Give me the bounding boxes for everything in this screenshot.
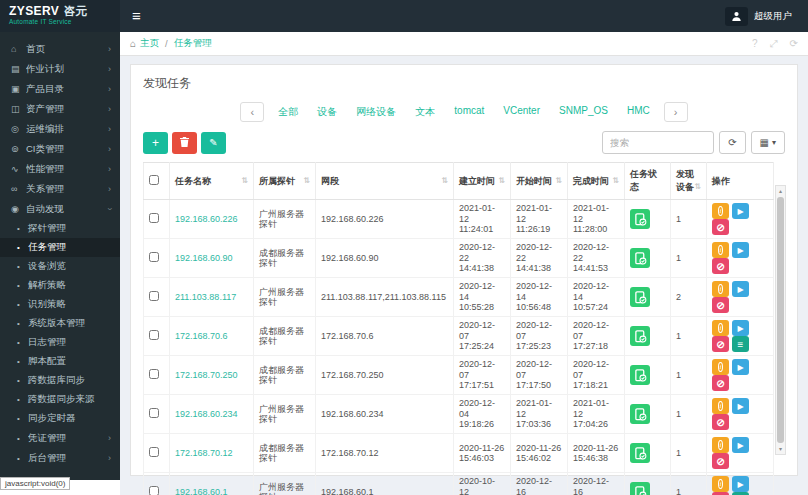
help-icon[interactable]: ? [752, 38, 758, 50]
col-header-probe[interactable]: 所属探针⇅ [254, 163, 316, 200]
sidebar-subitem-8[interactable]: •跨数据库同步 [0, 371, 120, 390]
run-task-button[interactable]: ▶ [732, 281, 749, 297]
filter-tab-5[interactable]: VCenter [503, 105, 540, 119]
sidebar-subitem-0[interactable]: •探针管理 [0, 219, 120, 238]
cancel-task-button[interactable]: ⊘ [712, 414, 729, 430]
run-task-button[interactable]: ▶ [732, 203, 749, 219]
cancel-task-button[interactable]: ⊘ [712, 297, 729, 313]
scroll-up-icon[interactable]: ▴ [779, 186, 782, 196]
add-task-button[interactable]: + [143, 132, 168, 154]
row-checkbox[interactable] [149, 369, 159, 379]
sidebar-item-credential[interactable]: •凭证管理› [0, 428, 120, 448]
delete-task-button[interactable] [172, 132, 197, 154]
cancel-task-button[interactable]: ⊘ [712, 453, 729, 469]
run-task-button[interactable]: ▶ [732, 398, 749, 414]
task-name-link[interactable]: 211.103.88.117 [175, 292, 236, 302]
col-header-name[interactable]: 任务名称⇅ [170, 163, 254, 200]
sidebar-item-auto-discovery[interactable]: ◉自动发现› [0, 199, 120, 219]
sidebar-item-relation[interactable]: ∞关系管理› [0, 179, 120, 199]
sidebar-toggle-icon[interactable]: ≡ [132, 0, 141, 32]
columns-button[interactable]: ▦ ▾ [751, 131, 785, 154]
task-status-icon[interactable] [630, 209, 650, 229]
run-task-button[interactable]: ▶ [732, 320, 749, 336]
task-name-link[interactable]: 172.168.70.6 [175, 331, 228, 341]
filter-tab-3[interactable]: 文本 [415, 105, 435, 119]
run-task-button[interactable]: ▶ [732, 476, 749, 492]
tabs-next-button[interactable]: › [664, 102, 688, 122]
sidebar-item-ops-orchestration[interactable]: ◎运维编排› [0, 119, 120, 139]
view-report-button[interactable] [712, 203, 729, 219]
view-report-button[interactable] [712, 242, 729, 258]
task-status-icon[interactable] [630, 365, 650, 385]
more-actions-button[interactable]: ≡ [732, 336, 749, 352]
sidebar-item-performance[interactable]: ∿性能管理› [0, 159, 120, 179]
col-header-segment[interactable]: 网段⇅ [316, 163, 454, 200]
sidebar-subitem-1[interactable]: •任务管理 [0, 238, 120, 257]
filter-tab-1[interactable]: 设备 [317, 105, 337, 119]
sidebar-subitem-6[interactable]: •日志管理 [0, 333, 120, 352]
table-scrollbar[interactable]: ▴ ▾ [775, 185, 786, 455]
filter-tab-6[interactable]: SNMP_OS [559, 105, 608, 119]
filter-tab-4[interactable]: tomcat [454, 105, 484, 119]
refresh-icon[interactable]: ⟳ [790, 38, 798, 50]
edit-task-button[interactable]: ✎ [201, 132, 226, 154]
refresh-table-button[interactable]: ⟳ [719, 131, 745, 154]
view-report-button[interactable] [712, 476, 729, 492]
row-checkbox[interactable] [149, 213, 159, 223]
cancel-task-button[interactable]: ⊘ [712, 219, 729, 235]
sidebar-subitem-10[interactable]: •同步定时器 [0, 409, 120, 428]
fullscreen-icon[interactable]: ⤢ [770, 38, 778, 50]
row-checkbox[interactable] [149, 291, 159, 301]
filter-tab-2[interactable]: 网络设备 [356, 105, 396, 119]
task-status-icon[interactable] [630, 443, 650, 463]
row-checkbox[interactable] [149, 252, 159, 262]
sidebar-subitem-7[interactable]: •脚本配置 [0, 352, 120, 371]
row-checkbox[interactable] [149, 330, 159, 340]
filter-tab-0[interactable]: 全部 [278, 105, 298, 119]
view-report-button[interactable] [712, 437, 729, 453]
task-name-link[interactable]: 192.168.60.234 [175, 409, 238, 419]
sidebar-item-ci-class[interactable]: ⊚CI类管理› [0, 139, 120, 159]
breadcrumb-home-link[interactable]: 主页 [140, 37, 159, 50]
sidebar-subitem-4[interactable]: •识别策略 [0, 295, 120, 314]
cancel-task-button[interactable]: ⊘ [712, 375, 729, 391]
sidebar-subitem-3[interactable]: •解析策略 [0, 276, 120, 295]
view-report-button[interactable] [712, 281, 729, 297]
sidebar-item-asset-mgmt[interactable]: ◫资产管理› [0, 99, 120, 119]
task-name-link[interactable]: 172.168.70.12 [175, 448, 233, 458]
task-name-link[interactable]: 172.168.70.250 [175, 370, 238, 380]
task-name-link[interactable]: 192.168.60.1 [175, 487, 228, 495]
sidebar-item-home[interactable]: ⌂首页› [0, 39, 120, 59]
cancel-task-button[interactable]: ⊘ [712, 258, 729, 274]
scroll-down-icon[interactable]: ▾ [779, 444, 782, 454]
cancel-task-button[interactable]: ⊘ [712, 336, 729, 352]
col-header-finished[interactable]: 完成时间⇅ [568, 163, 625, 200]
task-status-icon[interactable] [630, 482, 650, 495]
sidebar-item-backend[interactable]: •后台管理› [0, 448, 120, 468]
task-name-link[interactable]: 192.168.60.90 [175, 253, 233, 263]
user-menu[interactable]: 超级用户 [725, 7, 792, 26]
task-status-icon[interactable] [630, 404, 650, 424]
sidebar-item-job-plan[interactable]: ▤作业计划› [0, 59, 120, 79]
row-checkbox[interactable] [149, 447, 159, 457]
breadcrumb-current[interactable]: 任务管理 [174, 37, 212, 50]
filter-tab-7[interactable]: HMC [627, 105, 650, 119]
task-status-icon[interactable] [630, 248, 650, 268]
task-status-icon[interactable] [630, 326, 650, 346]
run-task-button[interactable]: ▶ [732, 242, 749, 258]
task-name-link[interactable]: 192.168.60.226 [175, 214, 238, 224]
scrollbar-thumb[interactable] [777, 197, 784, 443]
run-task-button[interactable]: ▶ [732, 437, 749, 453]
col-header-devices[interactable]: 发现设备⇅ [671, 163, 707, 200]
sidebar-subitem-5[interactable]: •系统版本管理 [0, 314, 120, 333]
search-input[interactable] [602, 131, 714, 154]
sidebar-subitem-2[interactable]: •设备浏览 [0, 257, 120, 276]
task-status-icon[interactable] [630, 287, 650, 307]
select-all-checkbox[interactable] [149, 175, 159, 185]
view-report-button[interactable] [712, 320, 729, 336]
row-checkbox[interactable] [149, 486, 159, 495]
app-logo[interactable]: ZYSERV 咨元 Automate IT Service [0, 0, 120, 32]
view-report-button[interactable] [712, 398, 729, 414]
view-report-button[interactable] [712, 359, 729, 375]
tabs-prev-button[interactable]: ‹ [240, 102, 264, 122]
